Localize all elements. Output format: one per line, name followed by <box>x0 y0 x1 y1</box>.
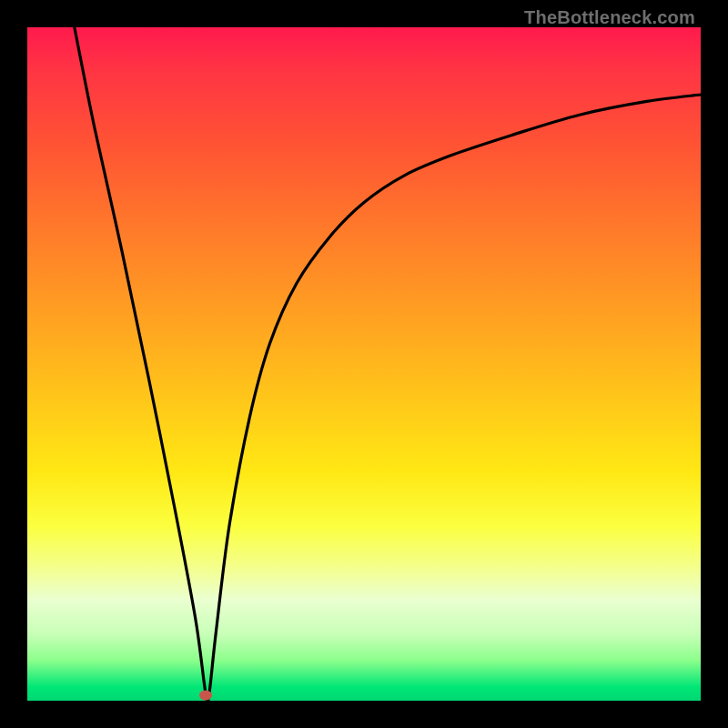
chart-frame: TheBottleneck.com <box>0 0 728 728</box>
minimum-marker <box>199 691 212 701</box>
watermark-text: TheBottleneck.com <box>524 7 695 28</box>
curve-path <box>75 27 701 703</box>
bottleneck-curve <box>27 27 701 701</box>
